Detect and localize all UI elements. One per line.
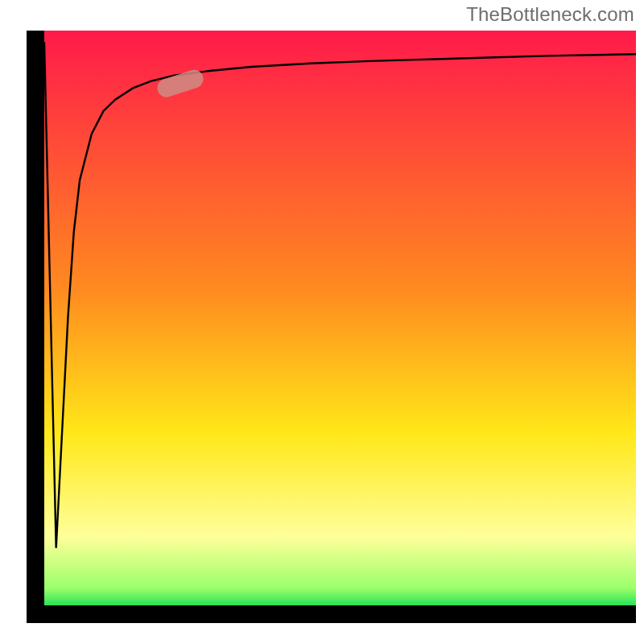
watermark-text: TheBottleneck.com: [466, 3, 634, 26]
y-axis: [27, 31, 44, 623]
plot-background: [44, 31, 636, 605]
chart-svg: [0, 0, 644, 644]
bottleneck-chart: TheBottleneck.com: [0, 0, 644, 644]
plot-area: [27, 31, 636, 623]
x-axis: [27, 605, 636, 623]
